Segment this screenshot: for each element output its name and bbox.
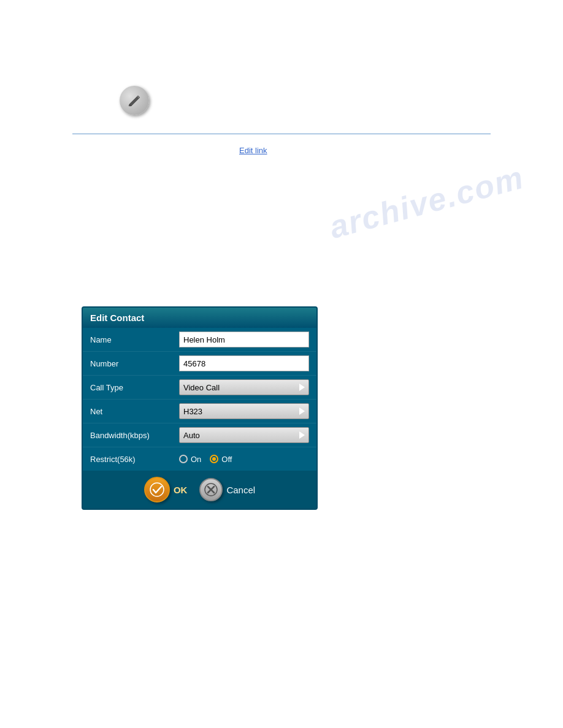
call-type-select[interactable]: Video Call — [179, 379, 309, 395]
edit-icon[interactable] — [120, 86, 149, 115]
net-select[interactable]: H323 — [179, 403, 309, 419]
bandwidth-row: Bandwidth(kbps) Auto — [83, 423, 316, 447]
svg-point-1 — [150, 483, 164, 496]
section-divider — [72, 134, 491, 134]
call-type-row: Call Type Video Call — [83, 376, 316, 400]
restrict-on-label: On — [191, 455, 201, 464]
bandwidth-arrow-icon — [299, 431, 305, 439]
restrict-label: Restrict(56k) — [90, 455, 179, 464]
net-label: Net — [90, 407, 179, 416]
bandwidth-select[interactable]: Auto — [179, 427, 309, 443]
number-row: Number — [83, 352, 316, 376]
edit-link[interactable]: Edit link — [239, 146, 267, 155]
cancel-icon — [199, 478, 223, 501]
restrict-on-radio[interactable] — [179, 455, 188, 463]
call-type-arrow-icon — [299, 384, 305, 391]
restrict-off-option[interactable]: Off — [210, 455, 232, 464]
net-value: H323 — [183, 407, 297, 416]
name-row: Name — [83, 328, 316, 352]
name-input[interactable] — [179, 332, 309, 347]
ok-button[interactable]: OK — [144, 477, 188, 502]
edit-icon-container — [120, 86, 149, 115]
restrict-off-label: Off — [221, 455, 232, 464]
net-arrow-icon — [299, 408, 305, 415]
bandwidth-label: Bandwidth(kbps) — [90, 431, 179, 440]
cancel-button[interactable]: Cancel — [199, 478, 255, 501]
number-input[interactable] — [179, 355, 309, 371]
net-row: Net H323 — [83, 400, 316, 423]
call-type-value: Video Call — [183, 383, 297, 392]
dialog-footer: OK Cancel — [83, 471, 316, 509]
ok-icon — [144, 477, 170, 502]
restrict-off-radio[interactable] — [210, 455, 218, 463]
bandwidth-value: Auto — [183, 431, 297, 440]
number-label: Number — [90, 359, 179, 368]
ok-label: OK — [174, 485, 188, 495]
dialog-title: Edit Contact — [83, 308, 316, 328]
restrict-row: Restrict(56k) On Off — [83, 447, 316, 471]
watermark: archive.com — [325, 159, 527, 246]
cancel-label: Cancel — [226, 485, 255, 495]
restrict-on-option[interactable]: On — [179, 455, 201, 464]
restrict-radio-group: On Off — [179, 455, 232, 464]
dialog-body: Name Number Call Type Video Call Net H32… — [83, 328, 316, 471]
call-type-label: Call Type — [90, 383, 179, 392]
edit-contact-dialog: Edit Contact Name Number Call Type Video… — [82, 306, 318, 510]
name-label: Name — [90, 335, 179, 344]
